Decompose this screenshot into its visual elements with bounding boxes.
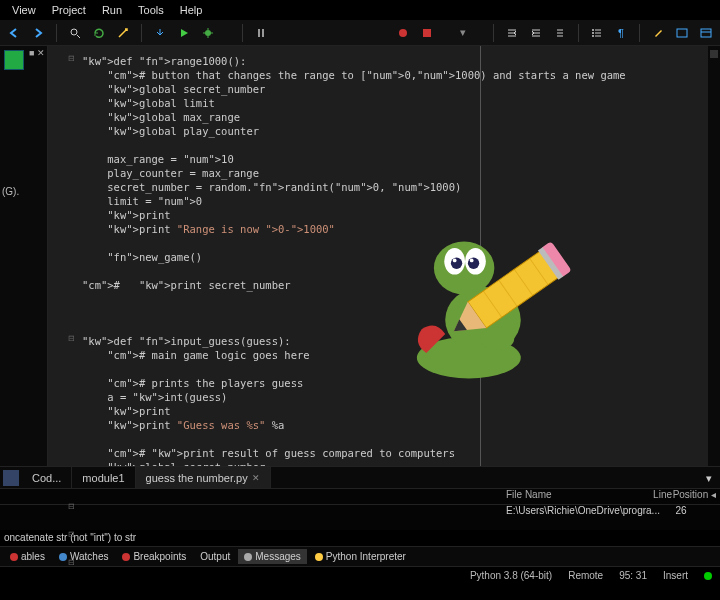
- svg-point-1: [205, 30, 211, 36]
- tab-cod[interactable]: Cod...: [22, 467, 72, 488]
- back-icon[interactable]: [6, 25, 22, 41]
- window2-icon[interactable]: [698, 25, 714, 41]
- indent-left-icon[interactable]: [504, 25, 520, 41]
- dropdown-icon[interactable]: ▾: [443, 25, 483, 41]
- svg-point-6: [592, 29, 594, 31]
- svg-point-0: [71, 29, 77, 35]
- document-list: File Name Line Position ◂ E:\Users\Richi…: [0, 488, 720, 530]
- status-insert: Insert: [663, 570, 688, 581]
- menu-run[interactable]: Run: [94, 2, 130, 18]
- run-icon[interactable]: [176, 25, 192, 41]
- col-position[interactable]: Position ◂: [672, 489, 720, 504]
- svg-point-7: [592, 32, 594, 34]
- list-icon[interactable]: [589, 25, 605, 41]
- col-line[interactable]: Line: [632, 489, 672, 504]
- indent-right-icon[interactable]: [528, 25, 544, 41]
- stop-icon[interactable]: [419, 25, 435, 41]
- refresh-icon[interactable]: [91, 25, 107, 41]
- pause-icon[interactable]: [253, 25, 269, 41]
- file-thumb[interactable]: [4, 50, 24, 70]
- btab-python[interactable]: Python Interpreter: [309, 549, 412, 564]
- paragraph-icon[interactable]: ¶: [613, 25, 629, 41]
- bottom-tabs: ables Watches Breakpoints Output Message…: [0, 546, 720, 566]
- btab-breakpoints[interactable]: Breakpoints: [116, 549, 192, 564]
- statusbar: Python 3.8 (64-bit) Remote 95: 31 Insert: [0, 566, 720, 584]
- workspace: ■ ✕ (G). ⊟⊟⊟⊟⊟⊟ "kw">def "fn">range1000(…: [0, 46, 720, 466]
- fold-gutter[interactable]: ⊟⊟⊟⊟⊟⊟: [66, 54, 76, 600]
- debug-icon[interactable]: [200, 25, 216, 41]
- editor-tabbar: Cod... module1 guess the number.py ✕ ▾: [0, 466, 720, 488]
- menu-tools[interactable]: Tools: [130, 2, 172, 18]
- svg-rect-10: [701, 29, 711, 37]
- record-icon[interactable]: [395, 25, 411, 41]
- status-indicator-icon: [704, 572, 712, 580]
- svg-point-4: [399, 29, 407, 37]
- svg-rect-5: [423, 29, 431, 37]
- btab-output[interactable]: Output: [194, 549, 236, 564]
- tab-corner-icon[interactable]: [3, 470, 19, 486]
- btab-messages[interactable]: Messages: [238, 549, 307, 564]
- svg-rect-3: [262, 29, 264, 37]
- svg-point-8: [592, 35, 594, 37]
- btab-watches[interactable]: Watches: [53, 549, 115, 564]
- step-in-icon[interactable]: [152, 25, 168, 41]
- panel-close-icon[interactable]: ■ ✕: [29, 48, 45, 58]
- forward-icon[interactable]: [30, 25, 46, 41]
- status-remote: Remote: [568, 570, 603, 581]
- error-message: oncatenate str (not "int") to str: [0, 530, 720, 546]
- search-icon[interactable]: [67, 25, 83, 41]
- menu-help[interactable]: Help: [172, 2, 211, 18]
- tab-close-icon[interactable]: ✕: [252, 473, 260, 483]
- toolbar: ▾ ¶: [0, 20, 720, 46]
- left-panel: ■ ✕ (G).: [0, 46, 48, 466]
- comment-icon[interactable]: [552, 25, 568, 41]
- gutter-label: (G).: [2, 186, 19, 197]
- status-cursor: 95: 31: [619, 570, 647, 581]
- menu-project[interactable]: Project: [44, 2, 94, 18]
- scrollbar-vertical[interactable]: [708, 46, 720, 466]
- tab-guess-number[interactable]: guess the number.py ✕: [136, 467, 271, 488]
- wand-icon[interactable]: [115, 25, 131, 41]
- col-filename[interactable]: File Name: [0, 489, 632, 504]
- tab-overflow-icon[interactable]: ▾: [701, 470, 717, 486]
- brush-icon[interactable]: [650, 25, 666, 41]
- status-python: Python 3.8 (64-bit): [470, 570, 552, 581]
- doclist-row[interactable]: E:\Users\Richie\OneDrive\progra... 26: [0, 505, 720, 521]
- svg-rect-9: [677, 29, 687, 37]
- tab-module1[interactable]: module1: [72, 467, 135, 488]
- svg-rect-2: [258, 29, 260, 37]
- window1-icon[interactable]: [674, 25, 690, 41]
- menu-view[interactable]: View: [4, 2, 44, 18]
- code-editor[interactable]: ⊟⊟⊟⊟⊟⊟ "kw">def "fn">range1000(): "cm">#…: [48, 46, 720, 466]
- btab-variables[interactable]: ables: [4, 549, 51, 564]
- menubar: View Project Run Tools Help: [0, 0, 720, 20]
